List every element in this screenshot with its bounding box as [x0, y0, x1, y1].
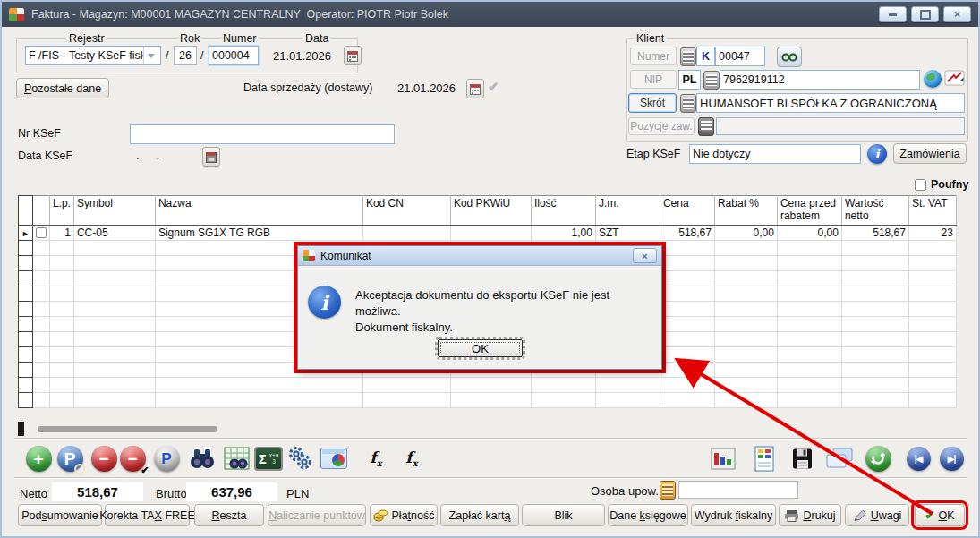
cell-kod-pkwiu	[450, 226, 531, 241]
data-value: 21.01.2026	[273, 49, 331, 63]
ok-button[interactable]: ✔OK	[915, 504, 965, 526]
delete-confirm-icon[interactable]: −✔	[116, 443, 149, 474]
rok-field[interactable]: 26	[174, 46, 197, 65]
cell-rabat: 0,00	[714, 226, 777, 241]
klient-code-field[interactable]: K	[696, 47, 715, 66]
dialog-close-button[interactable]: ×	[633, 248, 657, 263]
nr-ksef-field[interactable]	[130, 124, 395, 144]
header-cena-przed: Cena przed rabatem	[777, 196, 841, 226]
etap-ksef-field[interactable]: Nie dotyczy	[689, 144, 861, 164]
save-icon[interactable]	[786, 443, 818, 474]
button-label: Pozostałe dane	[24, 82, 101, 95]
wydruk-fiskalny-button[interactable]: Wydruk fiskalny	[691, 504, 776, 526]
button-label: Podsumowanie	[21, 509, 98, 522]
close-icon: ×	[954, 9, 960, 20]
last-record-icon[interactable]: ▶|	[935, 443, 967, 474]
cell-symbol: CC-05	[73, 226, 155, 241]
pozycje-zaw-field[interactable]	[716, 117, 965, 135]
printer-icon	[784, 509, 799, 522]
calendar-icon[interactable]	[202, 147, 220, 167]
rejestr-select[interactable]: F /FIS - Testy KSeF fiska	[25, 46, 161, 65]
info-icon[interactable]: i	[867, 144, 887, 164]
table-row-empty[interactable]	[19, 378, 957, 393]
lookup-stack-icon[interactable]	[703, 71, 720, 90]
chart-check-icon[interactable]	[944, 69, 966, 90]
refresh-icon[interactable]	[862, 443, 894, 474]
header-kod-pkwiu: Kod PKWiU	[450, 196, 531, 226]
currency-label: PLN	[286, 487, 309, 500]
data-ksef-label: Data KSeF	[18, 149, 72, 162]
delete-icon[interactable]: −	[88, 443, 120, 474]
coins-icon	[373, 508, 388, 522]
add-icon[interactable]: +	[22, 443, 55, 474]
podsumowanie-button[interactable]: Podsumowanie	[18, 504, 102, 526]
nip-field[interactable]: 7962919112	[720, 70, 920, 90]
cell-cena: 518,67	[660, 226, 714, 241]
restore-button[interactable]	[911, 6, 939, 22]
minimize-icon	[889, 13, 897, 16]
parameters-icon[interactable]: P	[150, 443, 183, 474]
document-grid-icon[interactable]	[748, 443, 780, 474]
bar-chart-icon[interactable]	[707, 443, 739, 474]
edit-find-icon[interactable]: P	[54, 443, 86, 474]
klient-numer-field[interactable]: 00047	[715, 47, 765, 66]
message-line-2: Dokument fiskalny.	[355, 320, 655, 336]
globe-icon[interactable]	[924, 70, 942, 88]
row-checkbox[interactable]	[36, 227, 47, 238]
table-header-row: L.p. Symbol Nazwa Kod CN Kod PKWiU Ilość…	[19, 196, 957, 226]
uwagi-button[interactable]: Uwagi	[845, 504, 909, 526]
button-label: Korekta TAX FREE	[99, 509, 195, 522]
header-symbol: Symbol	[73, 196, 155, 226]
skrot-field[interactable]: HUMANSOFT BI SPÓŁKA Z OGRANICZONĄ	[696, 93, 965, 113]
zaplac-karta-button[interactable]: Zapłać kartą	[440, 504, 519, 526]
button-label: Blik	[554, 509, 572, 522]
button-label: Zapłać kartą	[449, 509, 511, 522]
pozycje-zaw-label: Pozycje zaw.	[628, 117, 695, 135]
nip-country-field[interactable]: PL	[678, 70, 701, 90]
button-label: Naliczanie punktów	[268, 509, 365, 522]
lookup-stack-icon[interactable]	[660, 481, 676, 500]
fx-icon[interactable]: fx	[360, 443, 392, 474]
horizontal-scrollbar-thumb[interactable]	[38, 426, 217, 432]
divider	[14, 477, 967, 479]
drukuj-button[interactable]: Drukuj	[779, 504, 841, 526]
reszta-button[interactable]: Reszta	[194, 504, 264, 526]
app-logo-icon	[303, 250, 315, 261]
dialog-ok-button[interactable]: OK	[438, 339, 523, 357]
folders-icon[interactable]	[823, 443, 856, 474]
pozostale-dane-button[interactable]: Pozostałe dane	[16, 78, 109, 98]
dane-ksiegowe-button[interactable]: Dane księgowe	[608, 504, 688, 526]
skrot-button[interactable]: Skrót	[628, 93, 677, 113]
window-chart-icon[interactable]	[318, 443, 350, 474]
lookup-stack-icon[interactable]	[698, 117, 714, 136]
blik-button[interactable]: Blik	[522, 504, 605, 526]
row-checkbox-cell[interactable]	[32, 226, 49, 241]
platnosc-button[interactable]: Płatność	[370, 504, 438, 526]
sum-icon[interactable]: Σx+a3	[252, 443, 285, 474]
calendar-icon[interactable]	[466, 79, 484, 98]
data-sprzedazy-value: 21.01.2026	[397, 81, 456, 95]
calendar-icon[interactable]	[344, 46, 362, 65]
close-button[interactable]: ×	[943, 6, 971, 22]
first-record-icon[interactable]: |◀	[902, 443, 934, 474]
header-vat: St. VAT	[908, 196, 956, 226]
fx2-icon[interactable]: fx	[396, 443, 428, 474]
numer-field[interactable]: 000004	[209, 46, 259, 65]
table-row[interactable]: ► 1 CC-05 Signum SG1X TG RGB 1,00 SZT 51…	[19, 226, 957, 241]
app-window: Faktura - Magazyn: M00001 MAGAZYN CENTRA…	[0, 0, 980, 538]
lookup-stack-icon[interactable]	[680, 47, 696, 66]
lookup-stack-icon[interactable]	[680, 94, 696, 113]
minimize-button[interactable]	[879, 6, 907, 22]
binoculars-icon[interactable]	[186, 443, 218, 474]
divider	[14, 438, 967, 440]
poufny-checkbox[interactable]	[915, 179, 926, 191]
glasses-preview-icon[interactable]	[777, 47, 802, 67]
gears-icon[interactable]	[284, 443, 316, 474]
zamowienia-button[interactable]: Zamówienia	[893, 143, 967, 164]
header-selector	[19, 196, 33, 226]
header-nazwa: Nazwa	[155, 196, 362, 226]
table-search-icon[interactable]	[221, 443, 253, 474]
korekta-tax-free-button[interactable]: Korekta TAX FREE	[105, 504, 190, 526]
table-row-empty[interactable]	[19, 393, 957, 408]
osoba-upow-field[interactable]	[678, 481, 798, 499]
